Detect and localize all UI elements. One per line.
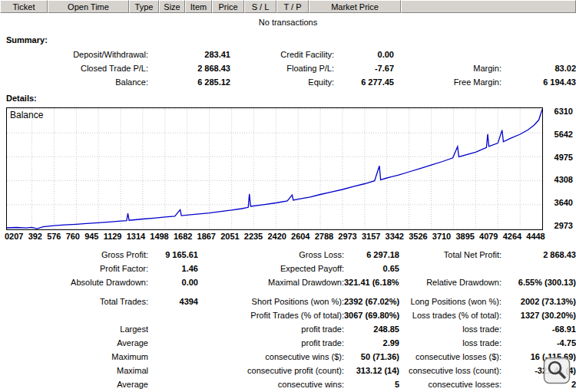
stat-label: consecutive loss (count):	[399, 364, 502, 377]
stat-label: Floating P/L:	[230, 61, 334, 75]
x-tick-label: 4079	[479, 232, 498, 241]
stat-value: 2 868.43	[148, 61, 230, 75]
chart-x-axis: 0207392576760945112913141498168218672051…	[5, 232, 545, 241]
stats-grid-main: Total Trades:4394Short Positions (won %)…	[6, 295, 576, 391]
stat-value: 9 165.61	[148, 248, 198, 262]
stat-label: consecutive losses:	[399, 377, 502, 391]
y-tick-label: 5642	[546, 130, 573, 139]
stat-value: 3067 (69.80%)	[344, 308, 399, 322]
y-tick-label: 4308	[546, 176, 573, 184]
stat-value: 6 285.12	[148, 75, 230, 89]
chart-y-axis: 631056424975430836402973	[546, 107, 573, 230]
stat-label: Closed Trade P/L:	[6, 61, 148, 75]
stat-value: 2002 (73.13%)	[502, 295, 576, 308]
x-tick-label: 3342	[386, 232, 404, 241]
column-header-item[interactable]: Item	[185, 0, 212, 13]
stat-value	[148, 350, 198, 364]
stat-value: 248.85	[344, 322, 399, 336]
stat-label: Relative Drawdown:	[399, 275, 502, 289]
stat-value: 50 (71.36)	[344, 350, 399, 364]
x-tick-label: 945	[84, 232, 98, 241]
x-tick-label: 2051	[220, 232, 239, 241]
stat-value: 2 868.43	[502, 248, 576, 262]
stat-value: 0.00	[148, 275, 198, 289]
stat-value: 6 297.18	[344, 248, 399, 262]
stat-label: profit trade:	[198, 322, 344, 336]
chart-plot-area: Balance	[6, 107, 543, 230]
x-tick-label: 4264	[503, 232, 521, 241]
stat-value: 283.41	[148, 48, 230, 61]
stat-value: 1327 (30.20%)	[502, 308, 576, 322]
x-tick-label: 4448	[526, 232, 545, 241]
y-tick-label: 2973	[546, 222, 573, 230]
column-header-sl[interactable]: S / L	[244, 0, 276, 13]
column-header-price[interactable]: Price	[212, 0, 244, 13]
history-table-header: Ticket Open Time Type Size Item Price S …	[0, 0, 576, 13]
stat-value: -7.67	[334, 61, 394, 75]
stat-label: Gross Loss:	[198, 248, 344, 262]
stat-value: 321.41 (6.18%)	[344, 275, 399, 289]
column-header-size[interactable]: Size	[159, 0, 185, 13]
summary-title: Summary:	[0, 31, 576, 48]
stat-value: -4.75	[502, 336, 576, 350]
stat-label: Profit Factor:	[6, 262, 148, 275]
x-tick-label: 3157	[362, 232, 380, 241]
stat-value	[148, 308, 198, 322]
stat-value: 5	[344, 377, 399, 391]
x-tick-label: 0207	[5, 232, 23, 241]
stat-label: Margin:	[394, 61, 502, 75]
stat-value: 0.00	[334, 48, 394, 61]
stat-value	[148, 377, 198, 391]
column-header-ticket[interactable]: Ticket	[0, 0, 48, 13]
x-tick-label: 2235	[244, 232, 263, 241]
zoom-icon[interactable]	[543, 357, 571, 384]
stat-label: consecutive wins ($):	[198, 350, 344, 364]
y-tick-label: 3640	[546, 199, 573, 207]
stat-value: 6.55% (300.13)	[502, 275, 576, 289]
stat-label: Loss trades (% of total):	[399, 308, 502, 322]
stat-label: Maximum	[6, 350, 148, 364]
column-header-market-price[interactable]: Market Price	[309, 0, 401, 13]
stat-label: Maximal Drawdown:	[198, 275, 344, 289]
stat-label: consecutive wins:	[198, 377, 344, 391]
balance-chart-svg	[7, 108, 542, 229]
stat-label: Absolute Drawdown:	[6, 275, 148, 289]
stat-value: 1.46	[148, 262, 198, 275]
stat-value: 4394	[148, 295, 198, 308]
stat-label: Deposit/Withdrawal:	[6, 48, 148, 61]
details-title: Details:	[0, 89, 576, 106]
stats-grid-top: Gross Profit:9 165.61Gross Loss:6 297.18…	[6, 248, 576, 289]
column-header-filler	[401, 0, 576, 13]
stat-label: profit trade:	[198, 336, 344, 350]
stat-label: Total Trades:	[6, 295, 148, 308]
x-tick-label: 576	[47, 232, 61, 241]
column-header-open-time[interactable]: Open Time	[48, 0, 129, 13]
stat-label: Equity:	[230, 75, 334, 89]
column-header-tp[interactable]: T / P	[276, 0, 309, 13]
summary-grid: Deposit/Withdrawal:283.41Credit Facility…	[6, 48, 576, 89]
stat-value: 313.12 (14)	[344, 364, 399, 377]
stat-label: Credit Facility:	[230, 48, 334, 61]
stat-value	[148, 322, 198, 336]
stat-label: Short Positions (won %):	[198, 295, 344, 308]
stat-value: 2.99	[344, 336, 399, 350]
stat-label	[394, 48, 502, 61]
x-tick-label: 1498	[150, 232, 168, 241]
x-tick-label: 1314	[127, 232, 145, 241]
x-tick-label: 3710	[432, 232, 451, 241]
column-header-type[interactable]: Type	[129, 0, 159, 13]
stat-label: loss trade:	[399, 322, 502, 336]
stat-label: consecutive profit (count):	[198, 364, 344, 377]
stat-value	[148, 336, 198, 350]
x-tick-label: 2973	[338, 232, 356, 241]
stat-label: Balance:	[6, 75, 148, 89]
stat-value: 2392 (67.02%)	[344, 295, 399, 308]
stat-label: Maximal	[6, 364, 148, 377]
stat-label: Average	[6, 377, 148, 391]
stat-label: Average	[6, 336, 148, 350]
no-transactions-text: No transactions	[0, 13, 576, 31]
x-tick-label: 2420	[267, 232, 286, 241]
x-tick-label: 2604	[291, 232, 310, 241]
chart-balance-label: Balance	[10, 110, 43, 120]
stat-value: -68.91	[502, 322, 576, 336]
